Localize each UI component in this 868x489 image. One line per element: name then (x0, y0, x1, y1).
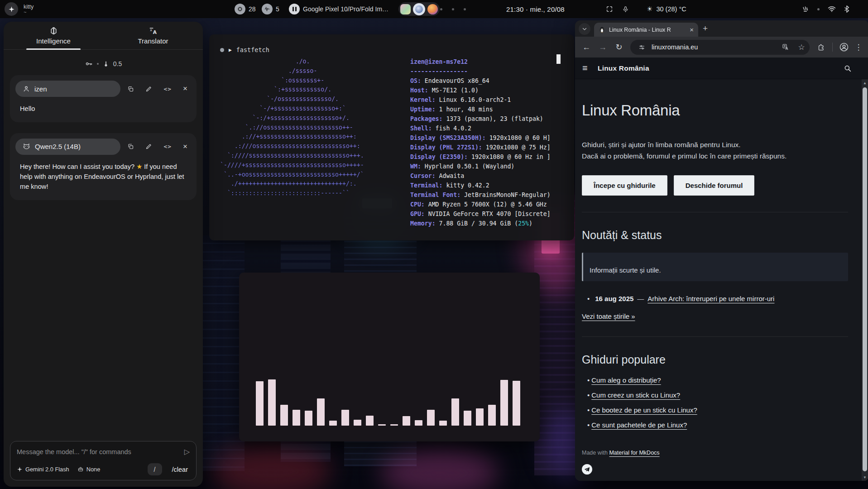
terminal-window-fastfetch[interactable]: ▶ fastfetch ./o. ./sssso- `:osssssss+- `… (209, 34, 574, 240)
scrollbar-thumb[interactable] (863, 87, 867, 471)
browser-tab-active[interactable]: Linux România - Linux R × (594, 23, 698, 37)
site-info-icon[interactable] (636, 41, 647, 53)
model-selector[interactable]: Gemini 2.0 Flash (17, 466, 69, 473)
visualizer-bar (488, 405, 496, 426)
tab-search-button[interactable] (579, 23, 590, 35)
news-dash: — (637, 295, 644, 302)
edit-icon[interactable] (145, 86, 152, 92)
visualizer-bar (451, 398, 459, 426)
hamburger-menu-icon[interactable]: ≡ (582, 63, 598, 73)
telegram-icon[interactable] (582, 464, 592, 475)
endeavouros-ascii-logo: ./o. ./sssso- `:osssssss+- `:+ssssssssss… (220, 57, 410, 228)
guide-link[interactable]: Ce sunt pachetele de pe Linux? (591, 421, 687, 429)
new-tab-button[interactable]: + (703, 24, 708, 34)
fastfetch-line: Cursor: Adwaita (410, 171, 551, 181)
extensions-icon[interactable] (814, 40, 828, 54)
start-guides-button[interactable]: Începe cu ghidurile (582, 175, 667, 196)
workspace-app-icon-browser[interactable] (427, 4, 438, 14)
guide-link[interactable]: Cum aleg o distribuție? (591, 376, 661, 384)
user-name-pill[interactable]: izen (15, 81, 120, 97)
temperature-icon[interactable] (103, 60, 109, 67)
code-icon[interactable]: <> (163, 86, 172, 92)
chat-input[interactable] (17, 448, 184, 455)
close-icon[interactable]: × (183, 84, 187, 93)
screenshot-icon[interactable] (606, 5, 613, 13)
guide-link[interactable]: Ce bootez de pe un stick cu Linux? (591, 406, 697, 414)
wifi-icon[interactable] (828, 6, 836, 12)
guide-link[interactable]: Cum creez un stick cu Linux? (591, 391, 680, 399)
message-actions: <> × (127, 84, 187, 93)
media-pause-icon (289, 4, 300, 14)
address-bar[interactable]: linuxromania.eu ☆ (630, 40, 810, 55)
workspace-app-icon-photos[interactable] (400, 4, 411, 14)
fastfetch-line: Terminal: kitty 0.42.2 (410, 181, 551, 190)
visualizer-bar (366, 416, 374, 426)
see-all-news-link[interactable]: Vezi toate știrile » (582, 312, 635, 320)
browser-menu-icon[interactable]: ⋮ (854, 43, 863, 52)
api-key-icon[interactable] (85, 60, 93, 68)
prompt-dot-icon (220, 48, 224, 52)
slash-command-button[interactable]: / (148, 463, 162, 475)
tool-selector[interactable]: None (77, 466, 101, 473)
guide-list-item: •Ce sunt pachetele de pe Linux? (582, 421, 848, 429)
user-name: izen (34, 85, 47, 93)
tab-translator[interactable]: xA Translator (103, 22, 203, 49)
workspaces[interactable] (398, 2, 440, 16)
microphone-icon[interactable] (622, 6, 629, 13)
workspace-app-icon-active[interactable] (413, 3, 425, 15)
terminal-window-visualizer[interactable] (239, 273, 540, 441)
visualizer-bar (256, 381, 264, 426)
temperature-value[interactable]: 0.5 (113, 60, 122, 67)
profile-avatar[interactable] (837, 40, 851, 54)
bluetooth-icon[interactable] (844, 5, 849, 13)
visualizer-bar (464, 411, 471, 426)
toolbar-separator (832, 43, 833, 52)
visualizer-bar (293, 410, 300, 426)
assistant-name-pill[interactable]: Qwen2.5 (14B) (15, 139, 120, 155)
launcher-module[interactable] (5, 0, 18, 18)
back-button[interactable]: ← (580, 40, 593, 54)
clock-module[interactable]: 21:30 · mie., 20/08 (506, 0, 565, 18)
workspace-dot[interactable] (464, 8, 466, 10)
visualizer-bar (305, 411, 312, 426)
fastfetch-line: Display (E2350): 1920x1080 @ 60 Hz in ] (410, 152, 551, 162)
intro-paragraph: Ghiduri, știri și ajutor în limba română… (582, 139, 848, 162)
workspace-dot[interactable] (452, 8, 454, 10)
tab-intelligence[interactable]: Intelligence (4, 22, 103, 49)
workspace-dot[interactable] (440, 8, 442, 10)
tray-app-icon[interactable] (801, 5, 809, 13)
clear-button[interactable]: /clear (172, 466, 188, 473)
url-text[interactable]: linuxromania.eu (652, 43, 776, 51)
scroll-down-arrow[interactable]: ▼ (862, 474, 868, 481)
forward-button[interactable]: → (596, 40, 609, 54)
bar-tools (606, 0, 629, 18)
activity-module[interactable]: 5 (262, 0, 279, 18)
send-icon[interactable]: ▷ (184, 447, 190, 456)
close-icon[interactable]: × (183, 142, 187, 151)
news-link[interactable]: Arhive Arch: întreruperi pe unele mirror… (647, 295, 774, 302)
weather-module[interactable]: ☀ 30 (28) °C (647, 0, 686, 18)
visualizer-bar (354, 420, 361, 426)
translate-page-icon[interactable] (780, 41, 791, 53)
reload-button[interactable]: ↻ (612, 40, 626, 54)
code-icon[interactable]: <> (163, 143, 172, 150)
edit-icon[interactable] (145, 143, 152, 150)
visualizer-bar (439, 421, 447, 426)
scroll-up-arrow[interactable]: ▲ (862, 79, 868, 86)
launcher-icon[interactable] (5, 2, 18, 16)
news-heading: Noutăți & status (582, 229, 848, 242)
search-icon[interactable] (844, 64, 852, 72)
copy-icon[interactable] (127, 86, 134, 92)
open-forum-button[interactable]: Deschide forumul (674, 175, 755, 196)
tab-close-icon[interactable]: × (690, 26, 694, 34)
cpu-module[interactable]: 28 (235, 0, 256, 18)
page-scrollbar[interactable]: ▲ ▼ (862, 79, 868, 481)
fastfetch-line: Display (SMS23A350H): 1920x1080 @ 60 H] (410, 133, 551, 143)
media-module[interactable]: Google Pixel 10/Pro/Fold Im… (289, 0, 388, 18)
activity-value: 5 (276, 5, 279, 13)
bookmark-star-icon[interactable]: ☆ (796, 41, 807, 53)
page-content: Linux România Ghiduri, știri și ajutor î… (575, 79, 862, 481)
copy-icon[interactable] (127, 143, 134, 150)
mkdocs-link[interactable]: Material for MkDocs (609, 450, 659, 456)
visualizer-bar (329, 421, 337, 426)
